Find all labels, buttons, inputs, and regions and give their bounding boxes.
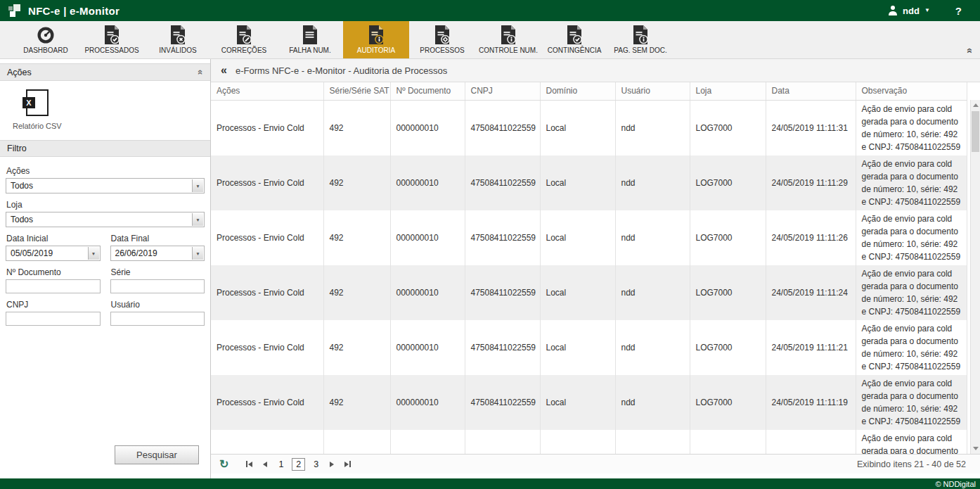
cell-acoes: Processos - Envio Cold (211, 210, 323, 265)
app-logo-icon (8, 4, 21, 17)
scrollbar-down-arrow-icon[interactable] (971, 443, 980, 454)
cell-documento: 000000010 (390, 210, 465, 265)
cell-loja: LOG7000 (690, 265, 766, 320)
cell-cnpj: 47508411022559 (465, 100, 540, 155)
cell-serie: 492 (323, 155, 390, 210)
col-header-observacao[interactable]: Observação (856, 82, 967, 100)
previous-page-button[interactable] (260, 462, 270, 467)
cell-usuario: ndd (615, 320, 690, 375)
csv-file-icon: X (26, 89, 49, 116)
tab-contingencia[interactable]: CONTINGÊNCIA (541, 21, 607, 58)
tab-label: PROCESSADOS (84, 46, 138, 54)
cell-documento: 000000010 (390, 100, 465, 155)
cnpj-input[interactable] (6, 312, 101, 326)
loja-filter-select[interactable]: Todos (6, 212, 205, 227)
tab-auditoria[interactable]: AUDITORIA (343, 21, 409, 58)
cell-serie: 492 (323, 265, 390, 320)
table-row[interactable]: Processos - Envio Cold 492 000000010 475… (211, 375, 967, 430)
csv-report-button[interactable]: X Relatório CSV (13, 89, 62, 130)
cell-usuario: ndd (615, 210, 690, 265)
table-header-row: Ações Série/Série SAT Nº Documento CNPJ … (211, 82, 967, 100)
footer-bar: © NDDigital (0, 478, 980, 489)
dropdown-arrow-icon[interactable] (88, 247, 99, 260)
refresh-icon[interactable]: ↻ (219, 459, 228, 470)
cnpj-label: CNPJ (6, 300, 101, 310)
app-title: NFC-e | e-Monitor (28, 5, 120, 17)
data-final-select[interactable]: 26/06/2019 (110, 246, 205, 261)
tab-label: DASHBOARD (23, 46, 67, 54)
col-header-loja[interactable]: Loja (690, 82, 766, 100)
table-scrollbar[interactable] (970, 100, 980, 454)
main-content: « e-Forms NFC-e - e-Monitor - Auditoria … (211, 59, 980, 478)
cell-data: 24/05/2019 11:11:24 (766, 265, 856, 320)
audit-table-container: Ações Série/Série SAT Nº Documento CNPJ … (211, 82, 980, 454)
data-inicial-select[interactable]: 05/05/2019 (6, 246, 101, 261)
page-number-1[interactable]: 1 (275, 459, 287, 470)
filter-section-header[interactable]: Filtro (0, 140, 210, 157)
cell-acoes: Processos - Envio Cold (211, 265, 323, 320)
tab-correcoes[interactable]: CORREÇÕES (211, 21, 277, 58)
col-header-serie[interactable]: Série/Série SAT (323, 82, 390, 100)
col-header-acoes[interactable]: Ações (211, 82, 323, 100)
tab-controle-num[interactable]: CONTROLE NUM. (475, 21, 541, 58)
scrollbar-thumb[interactable] (972, 111, 979, 152)
cell-loja: LOG7000 (690, 210, 766, 265)
cell-dominio: Local (540, 375, 615, 430)
tab-processos[interactable]: PROCESSOS (409, 21, 475, 58)
dropdown-arrow-icon[interactable] (192, 213, 203, 226)
cell-serie: 492 (323, 375, 390, 430)
cell-cnpj: 47508411022559 (465, 375, 540, 430)
user-icon (887, 6, 898, 15)
col-header-data[interactable]: Data (766, 82, 856, 100)
cell-acoes: Processos - Envio Cold (211, 375, 323, 430)
cell-data: 24/05/2019 11:11:16 (766, 430, 856, 455)
chevron-down-icon: ▼ (924, 8, 930, 13)
audit-table: Ações Série/Série SAT Nº Documento CNPJ … (211, 82, 967, 454)
pagination-status: Exibindo itens 21 - 40 de 52 (857, 459, 972, 469)
page-number-2-current[interactable]: 2 (292, 458, 305, 471)
col-header-usuario[interactable]: Usuário (615, 82, 690, 100)
user-menu[interactable]: ndd ▼ (887, 6, 930, 16)
tab-label: CONTROLE NUM. (479, 46, 538, 54)
last-page-button[interactable] (342, 461, 354, 467)
actions-section-header[interactable]: Ações « (0, 63, 210, 81)
col-header-cnpj[interactable]: CNPJ (465, 82, 540, 100)
sidebar-collapse-chevron-icon[interactable]: « (221, 64, 227, 77)
table-row[interactable]: Processos - Envio Cold 492 000000010 475… (211, 265, 967, 320)
col-header-dominio[interactable]: Domínio (540, 82, 615, 100)
cell-observacao: Ação de envio para cold gerada para o do… (856, 265, 967, 320)
cell-acoes: Processos - Envio Cold (211, 430, 323, 455)
data-inicial-value: 05/05/2019 (11, 248, 53, 258)
tab-dashboard[interactable]: DASHBOARD (13, 21, 79, 58)
tab-processados[interactable]: PROCESSADOS (79, 21, 145, 58)
usuario-input[interactable] (110, 312, 205, 326)
table-row[interactable]: Processos - Envio Cold 492 000000010 475… (211, 210, 967, 265)
table-row[interactable]: Processos - Envio Cold 492 000000010 475… (211, 155, 967, 210)
table-row[interactable]: Processos - Envio Cold 492 000000010 475… (211, 100, 967, 155)
toolbar-collapse-chevron-icon[interactable]: « (965, 48, 976, 53)
scrollbar-up-arrow-icon[interactable] (971, 100, 980, 110)
doc-gear-icon (434, 25, 450, 44)
data-final-value: 26/06/2019 (115, 248, 157, 258)
serie-input[interactable] (110, 279, 205, 293)
col-header-documento[interactable]: Nº Documento (390, 82, 465, 100)
acoes-filter-select[interactable]: Todos (6, 178, 205, 193)
cell-data: 24/05/2019 11:11:19 (766, 375, 856, 430)
tab-invalidos[interactable]: INVÁLIDOS (145, 21, 211, 58)
tab-falha-num[interactable]: FALHA NUM. (277, 21, 343, 58)
pagination-bar: ↻ 1 2 3 Exibindo itens 21 - 40 de 52 (211, 454, 980, 474)
page-number-3[interactable]: 3 (310, 459, 322, 470)
table-row[interactable]: Processos - Envio Cold 492 000000010 475… (211, 320, 967, 375)
table-row[interactable]: Processos - Envio Cold 492 000000010 475… (211, 430, 967, 455)
dropdown-arrow-icon[interactable] (192, 179, 203, 192)
documento-input[interactable] (6, 279, 101, 293)
next-page-button[interactable] (327, 462, 337, 467)
dropdown-arrow-icon[interactable] (192, 247, 203, 260)
first-page-button[interactable] (243, 461, 255, 467)
help-button[interactable]: ? (955, 5, 962, 17)
tab-pag-sem-doc[interactable]: PAG. SEM DOC. (607, 21, 673, 58)
search-button[interactable]: Pesquisar (115, 445, 199, 464)
cell-documento: 000000010 (390, 430, 465, 455)
tab-label: INVÁLIDOS (159, 46, 196, 54)
cell-usuario: ndd (615, 265, 690, 320)
